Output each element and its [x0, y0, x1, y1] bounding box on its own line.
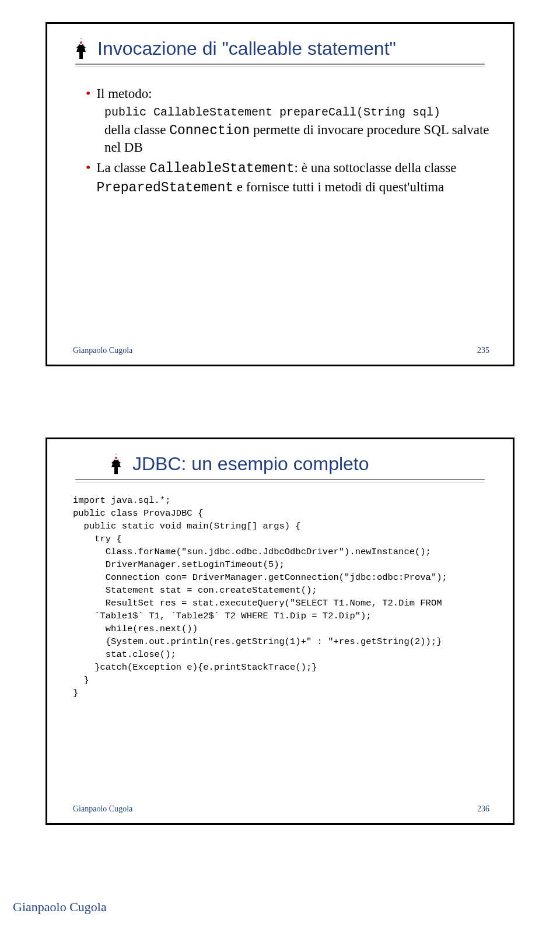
footer-author: Gianpaolo Cugola — [73, 346, 132, 355]
slide-title: JDBC: un esempio completo — [132, 453, 369, 475]
rule-line-thin — [75, 66, 485, 67]
code-block: import java.sql.*; public class ProvaJDB… — [73, 494, 492, 699]
rule-line — [75, 64, 485, 65]
rule-line-thin — [75, 482, 485, 482]
footer-page-number: 236 — [477, 804, 489, 814]
page-footer-author: Gianpaolo Cugola — [13, 900, 107, 915]
bullet-text: Il metodo: — [96, 85, 152, 103]
duke-icon — [73, 37, 89, 60]
bullet-dot-icon: • — [86, 159, 90, 197]
slide-236: JDBC: un esempio completo import java.sq… — [46, 438, 514, 825]
bullet-continuation: della classe Connection permette di invo… — [104, 122, 492, 156]
bullet-item: • La classe CalleableStatement: è una so… — [86, 159, 492, 197]
svg-point-3 — [115, 457, 117, 459]
duke-icon — [108, 452, 124, 475]
code-line: public CallableStatement prepareCall(Str… — [104, 105, 492, 120]
footer-author: Gianpaolo Cugola — [73, 804, 132, 814]
slide-235: Invocazione di "calleable statement" • I… — [46, 22, 514, 366]
bullet-dot-icon: • — [86, 85, 90, 103]
rule-line — [75, 479, 485, 480]
bullet-item: • Il metodo: — [86, 85, 492, 103]
footer-page-number: 235 — [477, 346, 489, 355]
svg-point-1 — [80, 41, 82, 44]
bullet-text: La classe CalleableStatement: è una sott… — [96, 159, 492, 197]
slide-title: Invocazione di "calleable statement" — [97, 38, 396, 60]
